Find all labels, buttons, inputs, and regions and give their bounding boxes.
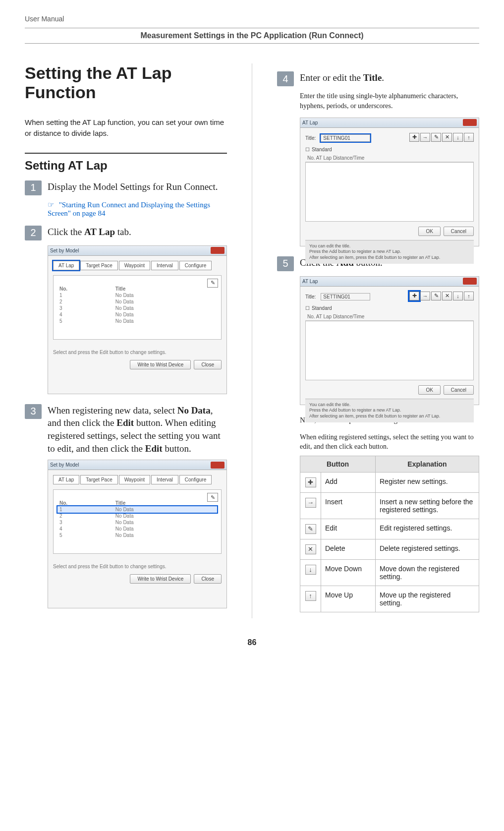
step-3-text: When registering new data, select No Dat… <box>48 404 227 455</box>
write-button[interactable]: Write to Wrist Device <box>130 360 191 369</box>
button-table: Button Explanation ✚ Add Register new se… <box>300 456 479 612</box>
table-row: ✚ Add Register new settings. <box>300 472 479 492</box>
tab-configure[interactable]: Configure <box>179 475 212 484</box>
down-icon[interactable]: ↓ <box>453 292 463 300</box>
list-header: No. AT Lap Distance/Time <box>305 154 474 162</box>
page-title: Setting the AT Lap Function <box>25 63 227 102</box>
checkbox-icon[interactable]: ☐ <box>305 305 310 311</box>
dialog-title: Set by Model <box>50 462 79 468</box>
button-name: Delete <box>321 539 376 559</box>
list-header: No. AT Lap Distance/Time <box>305 313 474 321</box>
edit-icon: ✎ <box>305 524 316 534</box>
table-head-explanation: Explanation <box>376 456 479 472</box>
standard-label: Standard <box>312 305 332 311</box>
close-icon[interactable] <box>463 278 477 285</box>
dialog-title: Set by Model <box>50 248 79 253</box>
write-button[interactable]: Write to Wrist Device <box>130 574 191 584</box>
up-icon: ↑ <box>305 591 316 601</box>
table-row-selected: 1No Data <box>57 506 217 513</box>
column-divider <box>252 63 252 618</box>
down-icon: ↓ <box>305 565 316 575</box>
cancel-button[interactable]: Cancel <box>444 227 474 236</box>
edit-icon[interactable]: ✎ <box>431 292 441 300</box>
delete-icon[interactable]: ✕ <box>442 292 452 300</box>
ok-button[interactable]: OK <box>418 385 440 395</box>
footer-note: Select and press the Edit button to chan… <box>53 564 222 569</box>
section-header: Measurement Settings in the PC Applicati… <box>25 28 479 44</box>
insert-icon[interactable]: → <box>420 292 430 300</box>
tab-target-pace[interactable]: Target Pace <box>80 475 117 484</box>
step-4-sub: Enter the title using single-byte alphan… <box>300 91 479 112</box>
edit-icon[interactable]: ✎ <box>431 133 441 142</box>
tab-waypoint[interactable]: Waypoint <box>119 261 150 270</box>
button-name: Move Down <box>321 559 376 586</box>
link-text: "Starting Run Connect and Displaying the… <box>48 201 210 217</box>
table-row: ↓ Move Down Move down the registered set… <box>300 559 479 586</box>
tab-at-lap[interactable]: AT Lap <box>53 475 79 484</box>
tab-waypoint[interactable]: Waypoint <box>119 475 150 484</box>
standard-label: Standard <box>312 147 332 152</box>
table-row: 2No Data <box>57 298 217 305</box>
step-1-text: Display the Model Settings for Run Conne… <box>48 180 218 195</box>
tab-configure[interactable]: Configure <box>179 261 212 270</box>
step-number-3: 3 <box>25 404 42 419</box>
step-2-text: Click the AT Lap tab. <box>48 226 131 240</box>
dialog-title: AT Lap <box>302 120 318 125</box>
close-icon[interactable] <box>211 462 224 469</box>
step-4: 4 Enter or edit the Title. <box>277 71 479 86</box>
table-row: ✎ Edit Edit registered settings. <box>300 519 479 539</box>
list-area <box>305 321 474 380</box>
intro-text: When setting the AT Lap function, you ca… <box>25 117 227 139</box>
table-row: 3No Data <box>57 305 217 311</box>
table-row: 4No Data <box>57 311 217 318</box>
step-3: 3 When registering new data, select No D… <box>25 404 227 455</box>
tab-interval[interactable]: Interval <box>151 475 178 484</box>
close-icon[interactable] <box>463 119 477 126</box>
button-name: Move Up <box>321 586 376 612</box>
screenshot-atlap-add: AT Lap Title: SETTING01 ✚ → ✎ ✕ ↓ ↑ ☐ <box>300 276 479 405</box>
screenshot-set-by-model-select: Set by Model AT Lap Target Pace Waypoint… <box>48 460 227 608</box>
up-icon[interactable]: ↑ <box>464 292 474 300</box>
table-row: 2No Data <box>57 513 217 519</box>
step-number-1: 1 <box>25 180 42 195</box>
subsection-heading: Setting AT Lap <box>25 153 227 173</box>
close-button[interactable]: Close <box>194 360 222 369</box>
tab-target-pace[interactable]: Target Pace <box>80 261 117 270</box>
ok-button[interactable]: OK <box>418 227 440 236</box>
edit-button[interactable]: ✎ <box>207 493 218 502</box>
cross-reference-link[interactable]: ☞ "Starting Run Connect and Displaying t… <box>48 200 227 218</box>
add-icon: ✚ <box>305 477 316 487</box>
down-icon[interactable]: ↓ <box>453 133 463 142</box>
title-input[interactable]: SETTING01 <box>321 134 370 142</box>
cancel-button[interactable]: Cancel <box>444 385 474 395</box>
table-row: ↑ Move Up Move up the registered setting… <box>300 586 479 612</box>
edit-note: When editing registered settings, select… <box>300 432 479 452</box>
insert-icon[interactable]: → <box>420 133 430 142</box>
button-explanation: Move up the registered setting. <box>376 586 479 612</box>
title-input[interactable]: SETTING01 <box>321 293 370 300</box>
tab-at-lap[interactable]: AT Lap <box>53 261 79 270</box>
title-label: Title: <box>305 135 316 141</box>
table-row: 5No Data <box>57 532 217 538</box>
add-icon[interactable]: ✚ <box>409 292 419 300</box>
tab-interval[interactable]: Interval <box>151 261 178 270</box>
table-head-button: Button <box>300 456 376 472</box>
button-name: Add <box>321 472 376 492</box>
button-name: Edit <box>321 519 376 539</box>
edit-button[interactable]: ✎ <box>207 279 218 288</box>
step-number-2: 2 <box>25 226 42 240</box>
up-icon[interactable]: ↑ <box>464 133 474 142</box>
step-number-4: 4 <box>277 71 294 86</box>
close-button[interactable]: Close <box>194 574 222 584</box>
delete-icon[interactable]: ✕ <box>442 133 452 142</box>
add-icon[interactable]: ✚ <box>409 133 419 142</box>
button-explanation: Edit registered settings. <box>376 519 479 539</box>
table-row: → Insert Insert a new setting before the… <box>300 492 479 519</box>
delete-icon: ✕ <box>305 544 316 554</box>
checkbox-icon[interactable]: ☐ <box>305 147 310 152</box>
close-icon[interactable] <box>211 247 224 254</box>
header-label: User Manual <box>25 15 479 23</box>
table-row: 1No Data <box>57 292 217 298</box>
insert-icon: → <box>305 498 316 508</box>
button-explanation: Move down the registered setting. <box>376 559 479 586</box>
